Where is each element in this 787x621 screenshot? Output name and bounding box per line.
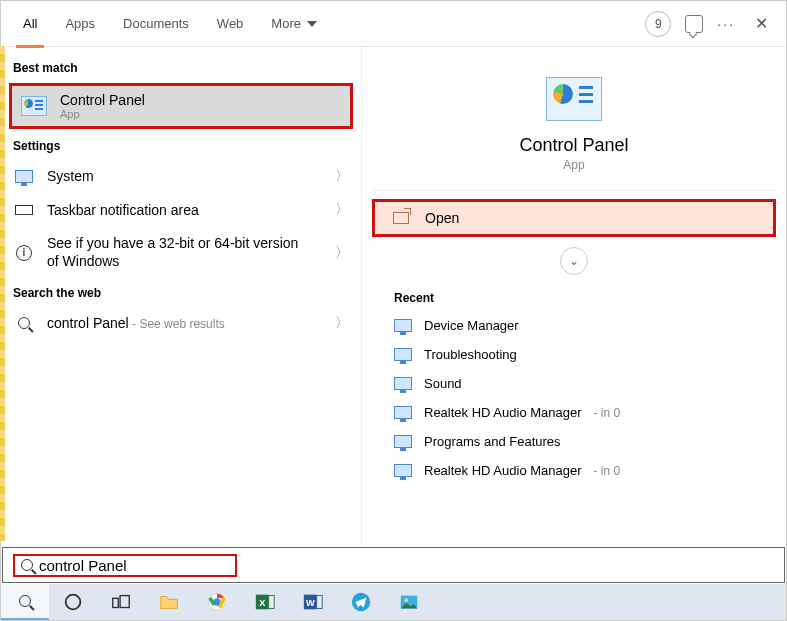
taskbar-chrome[interactable] [193, 584, 241, 620]
taskbar-icon [15, 205, 33, 215]
search-icon [19, 595, 31, 607]
taskbar-file-explorer[interactable] [145, 584, 193, 620]
taskview-icon [110, 591, 132, 613]
window-left-edge [0, 46, 5, 541]
tab-apps[interactable]: Apps [51, 1, 109, 47]
preview-title: Control Panel [519, 135, 628, 156]
chevron-right-icon: 〉 [335, 167, 349, 185]
app-icon [394, 464, 412, 477]
app-icon [394, 406, 412, 419]
feedback-icon[interactable] [685, 15, 703, 33]
more-options-icon[interactable]: ··· [717, 16, 735, 32]
recent-label: Programs and Features [424, 434, 561, 449]
best-match-sub: App [60, 108, 342, 120]
chevron-right-icon: 〉 [335, 314, 349, 332]
search-bar[interactable] [2, 547, 785, 583]
word-icon: W [302, 591, 324, 613]
best-match-control-panel[interactable]: Control Panel App [9, 83, 353, 129]
recent-item[interactable]: Realtek HD Audio Manager - in 0 [372, 398, 776, 427]
chevron-down-icon [307, 21, 317, 27]
recent-item[interactable]: Realtek HD Audio Manager - in 0 [372, 456, 776, 485]
svg-rect-1 [113, 598, 119, 607]
preview-sub: App [563, 158, 584, 172]
search-icon [21, 559, 33, 571]
tab-web[interactable]: Web [203, 1, 258, 47]
taskbar-search-button[interactable] [1, 584, 49, 620]
settings-label: System [47, 168, 323, 184]
settings-label: See if you have a 32-bit or 64-bit versi… [47, 235, 307, 270]
monitor-icon [15, 170, 33, 183]
svg-point-0 [66, 595, 81, 610]
settings-item-bit-version[interactable]: i See if you have a 32-bit or 64-bit ver… [1, 227, 361, 278]
results-pane: Best match Control Panel App Settings Sy… [1, 47, 361, 546]
taskbar-telegram[interactable] [337, 584, 385, 620]
svg-rect-10 [317, 596, 323, 609]
taskbar-excel[interactable]: X [241, 584, 289, 620]
preview-pane: Control Panel App Open ⌄ Recent Device M… [361, 47, 786, 546]
best-match-heading: Best match [1, 53, 361, 81]
recent-item[interactable]: Device Manager [372, 311, 776, 340]
open-label: Open [425, 210, 459, 226]
recent-label: Sound [424, 376, 462, 391]
telegram-icon [350, 591, 372, 613]
recent-label: Realtek HD Audio Manager [424, 405, 582, 420]
svg-text:W: W [306, 598, 315, 608]
taskbar-photos[interactable] [385, 584, 433, 620]
recent-item[interactable]: Programs and Features [372, 427, 776, 456]
recent-label: Troubleshooting [424, 347, 517, 362]
open-icon [393, 212, 409, 224]
open-action[interactable]: Open [372, 199, 776, 237]
photos-icon [398, 591, 420, 613]
svg-rect-2 [120, 596, 129, 608]
settings-item-system[interactable]: System 〉 [1, 159, 361, 193]
chrome-icon [206, 591, 228, 613]
chevron-right-icon: 〉 [335, 244, 349, 262]
settings-heading: Settings [1, 131, 361, 159]
app-icon [394, 435, 412, 448]
web-result-label: control Panel - See web results [47, 315, 323, 331]
rewards-badge[interactable]: 9 [645, 11, 671, 37]
tab-more-label: More [271, 16, 301, 31]
search-web-item[interactable]: control Panel - See web results 〉 [1, 306, 361, 340]
folder-icon [158, 591, 180, 613]
app-icon [394, 348, 412, 361]
taskbar-word[interactable]: W [289, 584, 337, 620]
expand-actions-button[interactable]: ⌄ [560, 247, 588, 275]
cortana-icon [62, 591, 84, 613]
settings-label: Taskbar notification area [47, 202, 323, 218]
search-icon [18, 317, 30, 329]
tab-all[interactable]: All [9, 1, 51, 47]
svg-point-13 [404, 598, 408, 602]
tab-more[interactable]: More [257, 1, 331, 47]
tab-documents[interactable]: Documents [109, 1, 203, 47]
best-match-title: Control Panel [60, 92, 342, 108]
filter-tabs: All Apps Documents Web More 9 ··· ✕ [1, 1, 786, 47]
recent-item[interactable]: Sound [372, 369, 776, 398]
excel-icon: X [254, 591, 276, 613]
settings-item-taskbar-notification[interactable]: Taskbar notification area 〉 [1, 193, 361, 227]
control-panel-icon [21, 96, 47, 116]
recent-label: Realtek HD Audio Manager [424, 463, 582, 478]
taskbar-cortana-button[interactable] [49, 584, 97, 620]
svg-rect-7 [269, 596, 275, 609]
close-icon[interactable]: ✕ [749, 14, 774, 33]
info-icon: i [16, 245, 32, 261]
svg-text:X: X [259, 598, 266, 608]
search-web-heading: Search the web [1, 278, 361, 306]
taskbar: X W [1, 584, 786, 620]
app-icon [394, 319, 412, 332]
app-icon [394, 377, 412, 390]
taskbar-taskview-button[interactable] [97, 584, 145, 620]
recent-label: Device Manager [424, 318, 519, 333]
chevron-right-icon: 〉 [335, 201, 349, 219]
recent-item[interactable]: Troubleshooting [372, 340, 776, 369]
control-panel-icon [546, 77, 602, 121]
search-input[interactable] [39, 557, 229, 574]
recent-heading: Recent [372, 281, 776, 311]
